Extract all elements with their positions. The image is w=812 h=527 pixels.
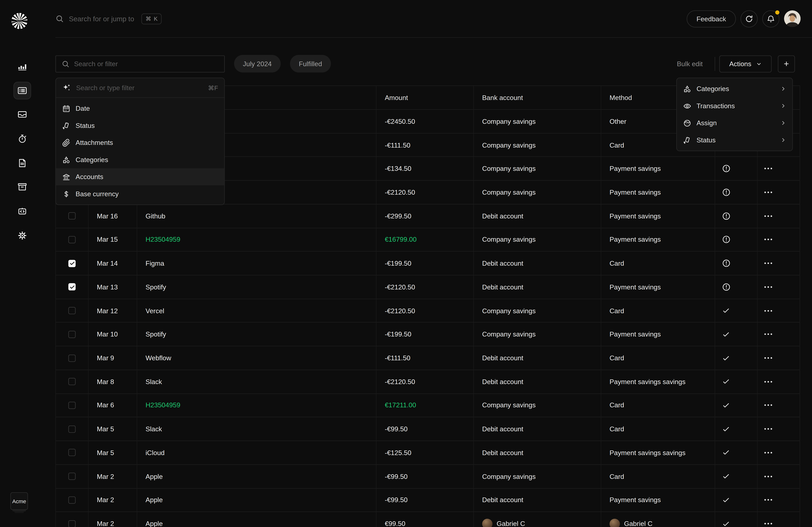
row-checkbox[interactable] xyxy=(68,307,76,314)
row-amount: €99.50 xyxy=(376,512,474,527)
row-actions-button[interactable] xyxy=(764,308,772,314)
row-actions-button[interactable] xyxy=(764,260,772,266)
table-filter-input[interactable]: Search or filter xyxy=(56,56,225,73)
menu-item-status[interactable]: Status xyxy=(677,132,792,149)
menu-item-transactions[interactable]: Transactions xyxy=(677,97,792,114)
table-row[interactable]: Mar 9Webflow-€111.50Debit accountCard xyxy=(56,346,799,370)
row-checkbox[interactable] xyxy=(68,520,76,527)
menu-item-categories[interactable]: Categories xyxy=(677,80,792,97)
row-bank-account: Company savings xyxy=(474,228,601,251)
row-method: Payment savings xyxy=(601,205,715,228)
row-checkbox[interactable] xyxy=(68,496,76,504)
table-row[interactable]: Mar 14Figma-€199.50Debit accountCard xyxy=(56,252,799,275)
row-bank-account: Debit account xyxy=(474,417,601,440)
row-actions-button[interactable] xyxy=(764,497,772,503)
row-checkbox-cell xyxy=(56,228,88,251)
row-checkbox[interactable] xyxy=(68,331,76,338)
row-description: Spotify xyxy=(137,275,377,299)
row-actions-button[interactable] xyxy=(764,450,772,456)
row-status-cell xyxy=(715,441,757,464)
table-row[interactable]: Mar 8Slack-€2120.50Debit accountPayment … xyxy=(56,370,799,394)
table-row[interactable]: Mar 15H23504959€16799.00Company savingsP… xyxy=(56,228,799,252)
row-checkbox-cell xyxy=(56,465,88,488)
table-row[interactable]: Mar 12Vercel-€2120.50Company savingsCard xyxy=(56,299,799,323)
row-actions-button[interactable] xyxy=(764,190,772,195)
sidebar-item-inbox[interactable] xyxy=(13,106,31,123)
row-checkbox[interactable] xyxy=(68,283,76,291)
table-row[interactable]: Mar 10Spotify-€199.50Company savingsPaym… xyxy=(56,323,799,346)
filter-chip-status[interactable]: Fulfilled xyxy=(290,55,331,73)
filter-chip-date[interactable]: July 2024 xyxy=(234,55,280,73)
user-avatar[interactable] xyxy=(784,10,801,27)
notifications-button[interactable] xyxy=(762,10,779,27)
actions-dropdown-menu: CategoriesTransactionsAssignStatus xyxy=(676,78,793,151)
row-actions-button[interactable] xyxy=(764,284,772,290)
row-checkbox[interactable] xyxy=(68,449,76,456)
row-checkbox[interactable] xyxy=(68,402,76,409)
table-row[interactable]: Mar 5iCloud-€125.50Debit accountPayment … xyxy=(56,441,799,465)
table-row[interactable]: Mar 6H23504959€17211.00Company savingsCa… xyxy=(56,394,799,417)
row-checkbox[interactable] xyxy=(68,425,76,433)
menu-item-accounts[interactable]: Accounts xyxy=(56,168,224,185)
sidebar-item-transactions[interactable] xyxy=(13,81,31,99)
row-actions-button[interactable] xyxy=(764,403,772,408)
calendar-icon xyxy=(62,104,70,112)
row-checkbox[interactable] xyxy=(68,355,76,362)
row-date: Mar 10 xyxy=(89,323,137,346)
row-actions-button[interactable] xyxy=(764,521,772,526)
menu-item-attachments[interactable]: Attachments xyxy=(56,134,224,151)
refresh-button[interactable] xyxy=(741,10,757,27)
workspace-name: Acme xyxy=(10,492,28,510)
table-row[interactable]: Mar 2Apple-€99.50Debit accountPayment sa… xyxy=(56,488,799,512)
row-checkbox[interactable] xyxy=(68,212,76,220)
table-row[interactable]: Mar 2Apple-€99.50Company savingsCard xyxy=(56,465,799,488)
row-actions-button[interactable] xyxy=(764,355,772,361)
sidebar-item-vault[interactable] xyxy=(13,178,31,196)
status-fulfilled-icon xyxy=(722,306,730,315)
row-actions-button[interactable] xyxy=(764,426,772,432)
row-actions-button[interactable] xyxy=(764,331,772,337)
row-status-cell xyxy=(715,323,757,346)
header-amount: Amount xyxy=(376,86,474,109)
actions-dropdown-button[interactable]: Actions xyxy=(719,56,771,73)
menu-item-base-currency[interactable]: Base currency xyxy=(56,185,224,202)
row-checkbox[interactable] xyxy=(68,378,76,385)
table-row[interactable]: Mar 13Spotify-€2120.50Debit accountPayme… xyxy=(56,275,799,299)
row-checkbox[interactable] xyxy=(68,236,76,243)
row-actions-button[interactable] xyxy=(764,166,772,171)
workspace-switcher[interactable]: Acme xyxy=(10,492,28,513)
row-checkbox[interactable] xyxy=(68,473,76,480)
row-method: Gabriel C xyxy=(601,512,715,527)
row-actions-button[interactable] xyxy=(764,473,772,479)
row-menu-cell xyxy=(757,299,800,322)
menu-item-label: Categories xyxy=(697,85,729,93)
chevron-right-icon xyxy=(781,120,786,126)
menu-item-status[interactable]: Status xyxy=(56,117,224,134)
row-actions-button[interactable] xyxy=(764,237,772,243)
row-checkbox-cell xyxy=(56,299,88,322)
filter-menu-search[interactable]: Search or type filter ⌘F xyxy=(56,78,224,98)
feedback-button[interactable]: Feedback xyxy=(687,10,736,27)
row-description: Webflow xyxy=(137,346,377,370)
row-actions-button[interactable] xyxy=(764,213,772,219)
sidebar-item-settings[interactable] xyxy=(13,227,31,244)
table-row[interactable]: Mar 16Github-€299.50Debit accountPayment… xyxy=(56,205,799,228)
menu-item-assign[interactable]: Assign xyxy=(677,115,792,132)
sidebar-item-overview[interactable] xyxy=(13,57,31,75)
global-search[interactable]: Search for or jump to ⌘ K xyxy=(56,0,162,37)
table-row[interactable]: Mar 5Slack-€99.50Debit accountCard xyxy=(56,417,799,441)
table-row[interactable]: Mar 2Apple€99.50Gabriel CGabriel C xyxy=(56,512,799,527)
bulk-edit-button[interactable]: Bulk edit xyxy=(677,60,702,68)
row-method: Payment savings xyxy=(601,323,715,346)
row-bank-account: Company savings xyxy=(474,181,601,204)
app-logo-pinwheel-icon[interactable] xyxy=(12,13,28,29)
row-actions-button[interactable] xyxy=(764,379,772,385)
sidebar-item-apps[interactable] xyxy=(13,202,31,220)
actions-button-label: Actions xyxy=(729,60,751,68)
menu-item-categories[interactable]: Categories xyxy=(56,151,224,168)
menu-item-date[interactable]: Date xyxy=(56,100,224,117)
sidebar-item-invoices[interactable] xyxy=(13,154,31,172)
row-checkbox[interactable] xyxy=(68,260,76,267)
add-transaction-button[interactable]: + xyxy=(778,56,795,73)
sidebar-item-tracker[interactable] xyxy=(13,130,31,148)
